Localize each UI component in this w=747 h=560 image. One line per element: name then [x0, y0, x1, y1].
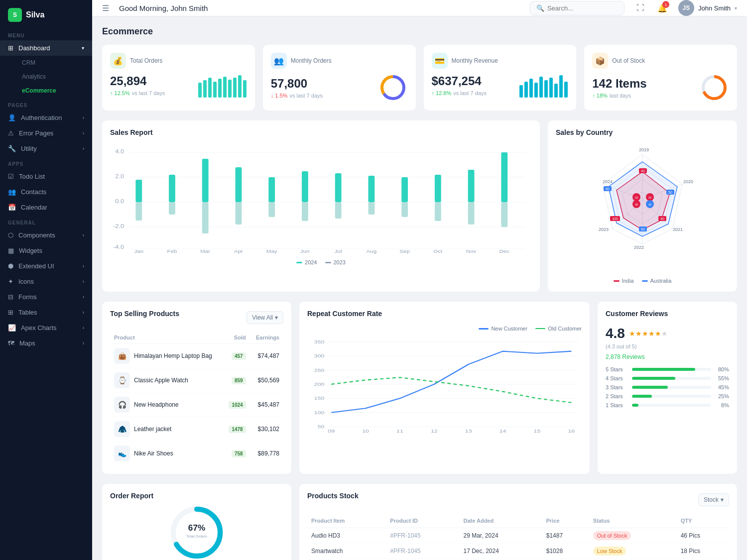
search-icon: 🔍 [536, 4, 544, 12]
sidebar-item-error-pages[interactable]: ⚠ Error Pages › [0, 125, 92, 141]
view-all-button[interactable]: View All ▾ [247, 311, 283, 324]
sidebar-item-widgets[interactable]: ▦ Widgets [0, 243, 92, 258]
svg-rect-13 [519, 85, 523, 98]
product-thumb: ⌚ [114, 372, 130, 388]
sales-country-legend: India Australia [556, 278, 729, 284]
svg-rect-36 [135, 202, 142, 221]
sidebar-item-label: Icons [18, 278, 34, 285]
chevron-down-icon: › [83, 130, 84, 136]
svg-text:2.0: 2.0 [115, 174, 124, 179]
sidebar-item-calendar[interactable]: 📅 Calendar [0, 200, 92, 215]
menu-icon[interactable]: ☰ [102, 3, 109, 13]
notifications-button[interactable]: 🔔 1 [654, 0, 670, 16]
sidebar-item-tables[interactable]: ⊞ Tables › [0, 305, 92, 320]
svg-text:-4.0: -4.0 [113, 244, 124, 249]
svg-rect-42 [236, 202, 242, 224]
utility-icon: 🔧 [8, 145, 16, 152]
search-box[interactable]: 🔍 [530, 1, 624, 15]
logo-icon: S [8, 8, 22, 22]
svg-rect-15 [529, 79, 533, 98]
sold-badge: 859 [232, 377, 246, 384]
stock-date-added: 17 Dec, 2024 [460, 544, 542, 559]
product-thumb: 👜 [114, 348, 130, 364]
col-sold: Sold [223, 332, 250, 344]
monthly-orders-title: Monthly Orders [291, 57, 332, 64]
general-label: GENERAL [0, 215, 92, 227]
monthly-orders-icon: 👥 [271, 53, 287, 69]
out-of-stock-icon: 📦 [592, 53, 608, 69]
col-product-item: Product Item [307, 514, 386, 528]
svg-rect-19 [549, 78, 553, 98]
repeat-customer-title: Repeat Customer Rate [307, 310, 582, 318]
col-product-id: Product ID [386, 514, 459, 528]
out-of-stock-change: ↑ 18% [592, 93, 608, 99]
svg-text:2023: 2023 [599, 227, 609, 232]
sidebar-item-dashboard[interactable]: ⊞ Dashboard ▾ [0, 40, 92, 56]
apps-label: APPS [0, 156, 92, 169]
sidebar-item-label: Apex Charts [21, 324, 57, 332]
sold-badge: 758 [232, 450, 246, 457]
svg-text:200: 200 [314, 381, 325, 386]
svg-text:Sep: Sep [399, 249, 410, 254]
stock-product-name: Smartwatch [307, 544, 386, 559]
search-input[interactable] [547, 4, 612, 12]
review-bar-fill [632, 404, 638, 407]
product-name: New Headphone [134, 401, 178, 408]
order-report-chart: 67% Total Orders [110, 508, 283, 558]
top-selling-title: Top Selling Products [110, 310, 179, 318]
maps-icon: 🗺 [8, 339, 14, 347]
monthly-orders-value: 57,800 [271, 77, 323, 91]
stock-table: Product Item Product ID Date Added Price… [307, 514, 729, 559]
total-orders-change: ↑ 12.5% [110, 90, 130, 96]
sidebar-item-todo[interactable]: ☑ Todo List [0, 169, 92, 184]
svg-rect-41 [236, 167, 242, 202]
svg-text:2022: 2022 [634, 245, 644, 250]
total-orders-title: Total Orders [130, 57, 162, 64]
svg-text:30: 30 [635, 203, 638, 206]
sidebar-item-label: Dashboard [18, 44, 50, 52]
review-bar-row: 3 Stars 45% [606, 384, 729, 390]
user-chevron-icon: ▾ [735, 5, 737, 11]
sidebar-item-icons[interactable]: ✦ Icons › [0, 274, 92, 289]
logo[interactable]: S Silva [0, 0, 92, 28]
earnings-value: $30,102 [250, 417, 283, 442]
product-name: Leather jacket [134, 426, 171, 433]
svg-text:13: 13 [465, 428, 472, 433]
out-of-stock-title: Out of Stock [612, 57, 645, 64]
reviews-count[interactable]: 2,878 Reviews [606, 353, 729, 360]
sidebar-item-contacts[interactable]: 👥 Contacts [0, 184, 92, 200]
legend-dot-2024 [296, 262, 302, 263]
out-of-stock-period: last days [610, 93, 631, 99]
stat-card-total-orders: 💰 Total Orders 25,894 ↑ 12.5% vs last 7 … [102, 45, 255, 111]
sidebar-item-forms[interactable]: ⊟ Forms › [0, 289, 92, 305]
sidebar-item-apex-charts[interactable]: 📈 Apex Charts › [0, 320, 92, 336]
col-product: Product [110, 332, 223, 344]
earnings-value: $89,778 [250, 442, 283, 466]
sidebar-item-analytics[interactable]: Analytics [0, 70, 92, 84]
sidebar-item-maps[interactable]: 🗺 Maps › [0, 336, 92, 351]
review-label: 3 Stars [606, 384, 628, 390]
radar-chart: 2019 2020 2021 2022 2023 2024 40 50 40 [556, 144, 729, 274]
svg-rect-14 [524, 82, 528, 98]
user-info[interactable]: JS John Smith ▾ [678, 0, 737, 16]
fullscreen-button[interactable]: ⛶ [632, 0, 648, 16]
sidebar-item-utility[interactable]: 🔧 Utility › [0, 141, 92, 156]
stock-filter-button[interactable]: Stock ▾ [698, 493, 729, 506]
sidebar-item-crm[interactable]: CRM [0, 56, 92, 70]
product-thumb: 👟 [114, 446, 130, 461]
menu-label: MENU [0, 28, 92, 40]
svg-rect-20 [554, 84, 558, 98]
earnings-value: $74,487 [250, 344, 283, 368]
product-thumb: 🧥 [114, 421, 130, 437]
sidebar-item-components[interactable]: ⬡ Components › [0, 227, 92, 243]
svg-text:Feb: Feb [167, 249, 177, 254]
sidebar-item-label: Forms [18, 293, 37, 301]
legend-dot-india [614, 280, 620, 282]
sidebar-item-authentication[interactable]: 👤 Authentication › [0, 110, 92, 125]
legend-2024: 2024 [296, 259, 317, 265]
sidebar-item-ecommerce[interactable]: eCommerce [0, 84, 92, 98]
sidebar-item-extended-ui[interactable]: ⬢ Extended UI › [0, 258, 92, 274]
sold-badge: 1024 [229, 401, 246, 409]
col-qty: QTY [677, 514, 729, 528]
svg-text:50: 50 [668, 191, 672, 194]
